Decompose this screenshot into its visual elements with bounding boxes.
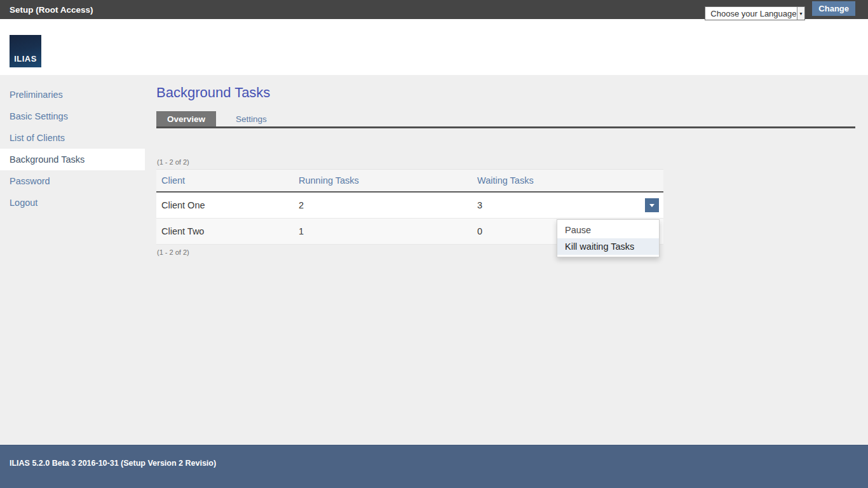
sidebar-item-preliminaries[interactable]: Preliminaries [0,84,145,105]
language-select[interactable]: Choose your Language ▼ [705,6,805,20]
cell-running-tasks: 2 [294,193,472,218]
body-area: Preliminaries Basic Settings List of Cli… [0,75,868,445]
table-header-row: Client Running Tasks Waiting Tasks [156,169,663,193]
footer: ILIAS 5.2.0 Beta 3 2016-10-31 (Setup Ver… [0,445,868,488]
topbar: Setup (Root Access) Choose your Language… [0,0,868,19]
page-title: Background Tasks [156,85,855,100]
tab-bar: Overview Settings [156,111,855,128]
sidebar-item-list-of-clients[interactable]: List of Clients [0,127,145,149]
clients-table: Client Running Tasks Waiting Tasks Clien… [156,169,663,245]
sidebar-item-basic-settings[interactable]: Basic Settings [0,105,145,127]
ilias-logo[interactable]: ILIAS [10,35,41,67]
ilias-logo-text: ILIAS [14,54,37,64]
tab-settings[interactable]: Settings [225,111,278,126]
cell-waiting-tasks: 3 [472,193,599,218]
row-actions-dropdown-button[interactable] [645,198,659,212]
chevron-down-icon: ▼ [797,7,805,20]
tab-overview[interactable]: Overview [156,111,216,126]
sidebar-item-background-tasks[interactable]: Background Tasks [0,149,145,170]
column-header-client[interactable]: Client [156,170,294,191]
topbar-controls: Choose your Language ▼ Change [705,0,855,19]
language-select-value: Choose your Language [705,9,796,18]
background-tasks-table-wrap: (1 - 2 of 2) Client Running Tasks Waitin… [156,158,663,256]
pagination-top: (1 - 2 of 2) [156,158,663,169]
cell-client-name: Client One [156,193,294,218]
menu-item-kill-waiting-tasks[interactable]: Kill waiting Tasks [557,238,659,255]
column-header-waiting-tasks[interactable]: Waiting Tasks [472,170,599,191]
logo-bar: ILIAS [0,19,868,75]
column-header-running-tasks[interactable]: Running Tasks [294,170,472,191]
change-language-button[interactable]: Change [812,1,855,16]
window-title: Setup (Root Access) [10,5,93,15]
sidebar-item-logout[interactable]: Logout [0,192,145,214]
cell-client-name: Client Two [156,219,294,244]
main-content: Background Tasks Overview Settings (1 - … [145,75,868,445]
sidebar: Preliminaries Basic Settings List of Cli… [0,75,145,445]
caret-down-icon [649,204,654,210]
sidebar-item-password[interactable]: Password [0,170,145,192]
row-actions-menu: Pause Kill waiting Tasks [557,219,660,257]
footer-version-text: ILIAS 5.2.0 Beta 3 2016-10-31 (Setup Ver… [10,459,216,468]
cell-running-tasks: 1 [294,219,472,244]
menu-item-pause[interactable]: Pause [557,222,659,238]
cell-actions [599,193,663,218]
column-header-actions [599,170,663,191]
setup-screen: Setup (Root Access) Choose your Language… [0,0,868,488]
table-row-client-one: Client One 2 3 [156,193,663,219]
